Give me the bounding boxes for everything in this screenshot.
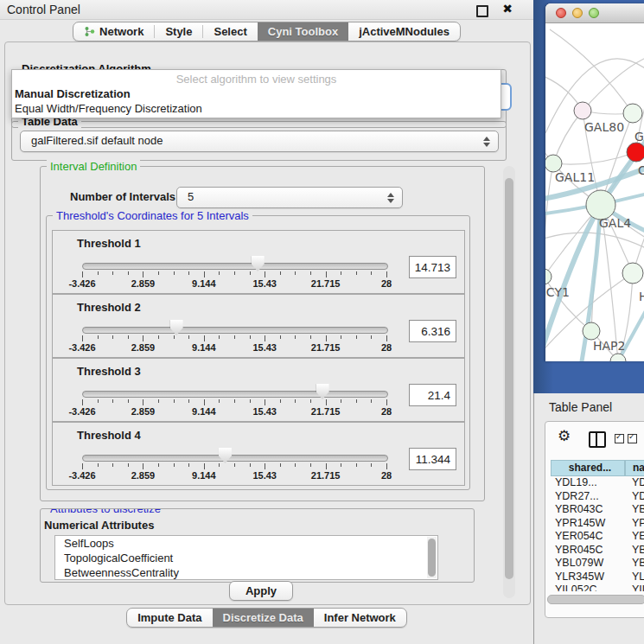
node-label: HAP2 — [593, 339, 625, 353]
table-cell: YDR27... — [551, 490, 625, 504]
tab-jactivemnodules[interactable]: jActiveMNodules — [348, 22, 460, 41]
network-node[interactable] — [622, 263, 643, 284]
table-data-combobox[interactable]: galFiltered.sif default node — [20, 131, 499, 152]
tab-label: Style — [165, 22, 192, 41]
tab-select[interactable]: Select — [203, 22, 257, 41]
tick-label: 15.43 — [252, 342, 277, 353]
tick-mark — [143, 399, 143, 405]
network-node[interactable] — [586, 190, 615, 220]
table-row[interactable]: YBL079WYBL0 — [551, 557, 644, 571]
network-node[interactable] — [583, 322, 600, 340]
table-row[interactable]: YER054CYER0 — [551, 530, 644, 544]
gear-icon[interactable]: ⚙ — [558, 427, 571, 444]
network-thick-edge — [618, 308, 644, 361]
zoom-traffic-light[interactable] — [589, 8, 599, 18]
tick-mark — [265, 463, 265, 469]
checkbox-icon[interactable] — [628, 434, 637, 443]
float-window-icon[interactable] — [476, 5, 488, 17]
tick-mark — [82, 399, 83, 405]
network-node[interactable] — [545, 155, 562, 172]
tab-discretize-data[interactable]: Discretize Data — [213, 609, 314, 627]
tick-mark — [98, 335, 99, 339]
network-canvas[interactable]: GAL80GAGAL11CGAL4GCY1HHAP2 — [545, 22, 644, 361]
tick-mark — [204, 271, 205, 277]
tab-label: Impute Data — [137, 609, 201, 627]
threshold-value-field[interactable]: 21.4 — [409, 384, 456, 406]
table-header-row: shared... na — [551, 460, 644, 476]
tick-mark — [265, 399, 265, 405]
threshold-panel: Threshold 3-3.4262.8599.14415.4321.71528… — [52, 358, 465, 422]
tick-mark — [204, 463, 205, 469]
apply-button[interactable]: Apply — [229, 581, 293, 601]
tab-label: Discretize Data — [223, 609, 303, 627]
numerical-attributes-list[interactable]: SelfLoopsTopologicalCoefficientBetweenne… — [54, 535, 438, 580]
tick-mark — [158, 271, 159, 275]
tick-mark — [219, 335, 220, 339]
combo-arrows-icon — [483, 137, 490, 147]
tick-mark — [341, 463, 341, 467]
number-of-intervals-combobox[interactable]: 5 — [176, 187, 403, 208]
checkbox-icon[interactable] — [615, 434, 624, 443]
table-cell: YBR0 — [625, 503, 644, 517]
algorithm-option[interactable]: Equal Width/Frequency Discretization — [15, 102, 202, 115]
algorithm-option[interactable]: Manual Discretization — [15, 87, 131, 100]
tick-mark — [174, 399, 175, 403]
network-node[interactable] — [623, 104, 642, 123]
threshold-value-field[interactable]: 6.316 — [409, 320, 456, 342]
attribute-item[interactable]: TopologicalCoefficient — [55, 551, 437, 565]
settings-scrollbar[interactable] — [503, 166, 515, 598]
numerical-attributes-label: Numerical Attributes — [44, 519, 154, 532]
node-label: GA — [634, 130, 644, 143]
list-scrollbar[interactable] — [427, 537, 437, 578]
table-row[interactable]: YIL052CYIL0 — [551, 583, 644, 591]
network-node[interactable] — [574, 102, 591, 119]
tick-mark — [280, 399, 281, 403]
node-label: GAL4 — [599, 216, 631, 230]
tick-label: 2.859 — [131, 342, 156, 353]
slider-track[interactable] — [82, 263, 388, 270]
tick-mark — [174, 271, 175, 275]
tab-network[interactable]: Network — [73, 22, 154, 41]
algorithm-dropdown-popup: Select algorithm to view settings Manual… — [11, 69, 501, 118]
tick-mark — [386, 271, 387, 277]
columns-table-icon[interactable] — [589, 431, 606, 448]
tick-mark — [356, 463, 357, 467]
attribute-item[interactable]: SelfLoops — [55, 536, 437, 551]
slider-track[interactable] — [82, 455, 388, 462]
table-panel: Table Panel ⚙ shared... na YDL19...YDL1Y… — [534, 393, 644, 644]
tab-impute-data[interactable]: Impute Data — [127, 609, 212, 627]
slider-track[interactable] — [82, 391, 388, 398]
tick-label: -3.426 — [68, 342, 95, 353]
tab-style[interactable]: Style — [155, 22, 202, 41]
close-traffic-light[interactable] — [556, 8, 566, 18]
tick-label: 21.715 — [311, 342, 341, 353]
tick-label: 28 — [381, 470, 392, 481]
minimize-traffic-light[interactable] — [572, 8, 583, 18]
tick-mark — [356, 399, 357, 403]
tick-mark — [371, 335, 372, 339]
table-row[interactable]: YBR045CYBR0 — [551, 544, 644, 558]
slider-track[interactable] — [82, 327, 388, 334]
close-icon[interactable]: ✖ — [502, 2, 513, 16]
table-row[interactable]: YBR043CYBR0 — [551, 503, 644, 517]
threshold-value-field[interactable]: 14.713 — [409, 256, 456, 278]
table-horizontal-scrollbar[interactable] — [547, 595, 644, 604]
tick-mark — [356, 335, 357, 339]
tick-mark — [143, 335, 143, 341]
network-edge — [583, 57, 644, 111]
table-row[interactable]: YPR145WYPR1 — [551, 517, 644, 531]
threshold-value-field[interactable]: 11.344 — [409, 448, 456, 470]
table-row[interactable]: YDL19...YDL1 — [551, 476, 644, 490]
column-header[interactable]: shared... — [551, 460, 625, 476]
network-node[interactable] — [627, 143, 644, 162]
table-row[interactable]: YDR27...YDR2 — [551, 490, 644, 504]
attribute-item[interactable]: BetweennessCentrality — [55, 565, 437, 580]
tick-label: 15.43 — [252, 470, 277, 481]
table-cell: YIL0 — [625, 583, 644, 591]
tab-cyni-toolbox[interactable]: Cyni Toolbox — [258, 22, 348, 41]
network-node[interactable] — [545, 269, 552, 284]
tick-mark — [280, 335, 281, 339]
table-row[interactable]: YLR345WYLR3 — [551, 571, 644, 584]
tab-infer-network[interactable]: Infer Network — [314, 609, 406, 627]
column-header[interactable]: na — [625, 460, 644, 476]
